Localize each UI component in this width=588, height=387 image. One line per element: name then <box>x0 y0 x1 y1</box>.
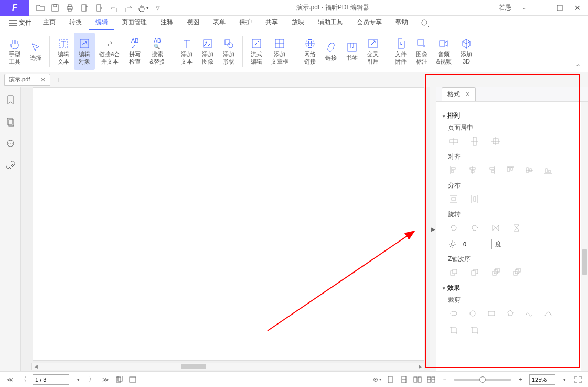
crop-wave-icon[interactable] <box>523 308 535 319</box>
page-dropdown-icon[interactable]: ▾ <box>73 375 83 384</box>
spell-button[interactable]: AB✓拼写 检查 <box>124 33 145 70</box>
search-icon[interactable] <box>420 18 430 28</box>
add-text-button[interactable]: 添加 文本 <box>176 33 197 70</box>
new-tab-icon[interactable]: + <box>54 75 64 85</box>
bookmark-icon[interactable] <box>5 95 16 105</box>
tab-accessibility[interactable]: 辅助工具 <box>312 16 349 30</box>
crop-curve-icon[interactable] <box>542 308 554 319</box>
rotate-ccw-icon[interactable] <box>448 222 459 234</box>
horizontal-scrollbar[interactable]: ◀ ▶ <box>31 363 424 370</box>
align-bottom-icon[interactable] <box>542 164 554 176</box>
document-view[interactable]: ◀ ▶ <box>21 87 430 371</box>
tab-convert[interactable]: 转换 <box>63 16 88 30</box>
crop-ellipse-icon[interactable] <box>448 308 459 319</box>
send-back-icon[interactable] <box>469 267 480 278</box>
search-replace-button[interactable]: AB🔍搜索 &替换 <box>145 33 169 70</box>
close-tab-icon[interactable]: ✕ <box>40 76 46 83</box>
page-canvas[interactable] <box>33 87 424 361</box>
next-page-icon[interactable]: 〉 <box>87 375 97 384</box>
flip-v-icon[interactable] <box>511 222 522 234</box>
crop-tool1-icon[interactable] <box>448 325 459 336</box>
edit-object-button[interactable]: 编辑 对象 <box>74 33 95 70</box>
pages-icon[interactable] <box>5 117 16 127</box>
flip-h-icon[interactable] <box>490 222 501 234</box>
cross-ref-button[interactable]: 交叉 引用 <box>362 33 383 70</box>
tab-home[interactable]: 主页 <box>37 16 62 30</box>
link-merge-button[interactable]: ⇄链接&合 并文本 <box>95 33 124 70</box>
align-center-h-icon[interactable] <box>467 164 478 176</box>
scrollbar-thumb[interactable] <box>181 364 206 369</box>
panel-tab-format[interactable]: 格式 ✕ <box>442 87 476 101</box>
panel-scroll-thumb[interactable] <box>582 249 587 275</box>
layout1-icon[interactable] <box>386 375 395 384</box>
redo-icon[interactable] <box>123 2 134 14</box>
align-middle-icon[interactable] <box>523 164 535 176</box>
gear-icon[interactable] <box>448 239 457 249</box>
image-annot-button[interactable]: 图像 标注 <box>411 33 432 70</box>
page-arrow-icon[interactable] <box>93 2 105 14</box>
audio-video-button[interactable]: 音频 &视频 <box>432 33 456 70</box>
section-effect[interactable]: 效果 <box>443 284 582 292</box>
center-v-icon[interactable] <box>469 135 480 147</box>
close-window-icon[interactable]: ✕ <box>570 2 585 14</box>
scroll-right-icon[interactable]: ▶ <box>416 363 424 370</box>
tab-vip[interactable]: 会员专享 <box>350 16 388 30</box>
center-both-icon[interactable] <box>490 135 501 147</box>
layout2-icon[interactable] <box>399 375 409 384</box>
rotate-cw-icon[interactable] <box>469 222 480 234</box>
attachment-icon[interactable] <box>5 161 16 171</box>
doc-tab[interactable]: 演示.pdf ✕ <box>4 74 50 86</box>
comments-icon[interactable] <box>5 139 16 149</box>
distribute-h-icon[interactable] <box>469 193 480 205</box>
add-3d-button[interactable]: 添加 3D <box>456 33 477 70</box>
page-plus-icon[interactable] <box>79 2 90 14</box>
close-panel-icon[interactable]: ✕ <box>465 91 470 98</box>
user-drop-icon[interactable]: ⌄ <box>517 2 531 14</box>
zoom-slider-thumb[interactable] <box>479 376 486 383</box>
flow-edit-button[interactable]: 流式 编辑 <box>246 33 267 70</box>
fullscreen-icon[interactable] <box>573 375 583 384</box>
collapse-ribbon-icon[interactable]: ⌃ <box>573 62 583 71</box>
maximize-icon[interactable] <box>552 2 567 14</box>
undo-icon[interactable] <box>108 2 120 14</box>
crop-tool2-icon[interactable] <box>469 325 480 336</box>
print-icon[interactable] <box>64 2 76 14</box>
page-number-input[interactable] <box>33 374 69 385</box>
prev-page-icon[interactable]: 〈 <box>19 375 28 384</box>
open-icon[interactable] <box>35 2 46 14</box>
first-page-icon[interactable]: ≪ <box>5 375 15 384</box>
section-arrange[interactable]: 排列 <box>443 111 582 120</box>
layout3-icon[interactable] <box>413 375 422 384</box>
view-mode2-icon[interactable] <box>128 375 137 384</box>
tab-page-manage[interactable]: 页面管理 <box>115 16 153 30</box>
add-article-button[interactable]: 添加 文章框 <box>267 33 293 70</box>
send-backward-icon[interactable] <box>511 267 522 278</box>
minimize-icon[interactable]: — <box>534 2 549 14</box>
tab-present[interactable]: 放映 <box>285 16 311 30</box>
layout4-icon[interactable] <box>426 375 436 384</box>
tab-share[interactable]: 共享 <box>259 16 284 30</box>
file-menu[interactable]: 文件 <box>5 16 36 29</box>
align-right-icon[interactable] <box>486 164 497 176</box>
rotate-degree-input[interactable] <box>461 239 492 249</box>
web-link-button[interactable]: 网络 链接 <box>300 33 320 70</box>
distribute-v-icon[interactable] <box>448 193 459 205</box>
tab-help[interactable]: 帮助 <box>389 16 414 30</box>
tab-edit[interactable]: 编辑 <box>89 16 114 30</box>
crop-polygon-icon[interactable] <box>505 308 516 319</box>
tab-protect[interactable]: 保护 <box>233 16 258 30</box>
align-left-icon[interactable] <box>448 164 459 176</box>
edit-text-button[interactable]: 编辑 文本 <box>53 33 74 70</box>
add-image-button[interactable]: 添加 图像 <box>197 33 218 70</box>
tab-view[interactable]: 视图 <box>180 16 206 30</box>
view-mode1-icon[interactable] <box>114 375 124 384</box>
zoom-drop-icon[interactable]: ▾ <box>560 375 569 384</box>
panel-scrollbar[interactable] <box>581 102 588 371</box>
link-button[interactable]: 链接 <box>320 33 341 70</box>
tab-annotate[interactable]: 注释 <box>154 16 179 30</box>
last-page-icon[interactable]: ≫ <box>101 375 110 384</box>
add-shape-button[interactable]: 添加 形状 <box>218 33 239 70</box>
bring-front-icon[interactable] <box>448 267 459 278</box>
zoom-slider[interactable] <box>454 379 511 381</box>
center-h-icon[interactable] <box>448 135 459 147</box>
